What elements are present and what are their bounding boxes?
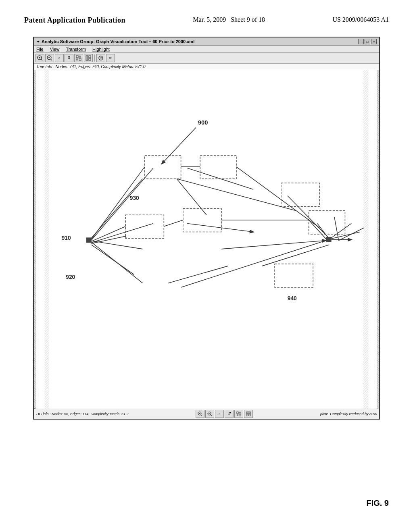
toolbar-circle[interactable]: ○: [55, 54, 64, 62]
svg-rect-9: [76, 58, 78, 60]
toolbar-zoom-out[interactable]: [45, 54, 54, 62]
toolbar-separator: [94, 54, 95, 62]
toolbar-layout1[interactable]: [74, 54, 83, 62]
svg-rect-13: [89, 58, 91, 60]
figure-label: FIG. 9: [366, 499, 389, 508]
patent-number: US 2009/0064053 A1: [332, 16, 389, 23]
sheet-info: Sheet 9 of 18: [231, 16, 265, 23]
svg-line-6: [51, 59, 52, 60]
menu-transform[interactable]: Transform: [66, 47, 86, 52]
svg-rect-73: [239, 412, 241, 414]
toolbar-layout2[interactable]: [84, 54, 93, 62]
svg-line-68: [201, 415, 202, 416]
bottom-circle[interactable]: ○: [215, 410, 224, 418]
svg-rect-74: [237, 414, 238, 416]
page-header: Patent Application Publication Mar. 5, 2…: [0, 0, 413, 33]
publication-title: Patent Application Publication: [24, 16, 125, 25]
right-splitter[interactable]: [377, 70, 379, 415]
window-controls[interactable]: _ □ ✕: [358, 39, 377, 44]
app-window: ✦ Analytic Software Group: Graph Visuali…: [33, 37, 380, 420]
dg-info: DG info : Nodes: 56, Edges: 114, Complex…: [36, 412, 129, 416]
bottom-dots[interactable]: ⠿: [225, 410, 234, 418]
graph-svg: 900 910 920 930 940: [36, 70, 377, 415]
bottom-bar: DG info : Nodes: 56, Edges: 114, Complex…: [34, 409, 379, 419]
complexity-info: plete. Complexity Reduced by 89%: [320, 412, 377, 416]
info-bar: Tree Info : Nodes: 741, Edges: 740, Comp…: [34, 64, 379, 70]
svg-text:940: 940: [288, 295, 297, 301]
menu-bar: File View Transform Highlight: [34, 46, 379, 53]
minimize-button[interactable]: _: [358, 39, 364, 44]
publication-date: Mar. 5, 2009: [193, 16, 226, 23]
svg-line-3: [41, 59, 42, 60]
publication-date-sheet: Mar. 5, 2009 Sheet 9 of 18: [193, 16, 265, 23]
toolbar: ○ ⠿ ∅ ✏: [34, 53, 379, 64]
tree-info: Tree Info : Nodes: 741, Edges: 740, Comp…: [36, 64, 146, 69]
svg-rect-7: [76, 56, 78, 58]
toolbar-zoom-in[interactable]: [35, 54, 44, 62]
menu-file[interactable]: File: [36, 47, 44, 52]
svg-rect-78: [249, 414, 250, 416]
maximize-button[interactable]: □: [365, 39, 370, 44]
main-content: ✦ Analytic Software Group: Graph Visuali…: [0, 33, 413, 428]
svg-rect-28: [86, 237, 92, 243]
pane-container: ▲ ▼: [34, 70, 379, 415]
menu-view[interactable]: View: [50, 47, 60, 52]
svg-rect-8: [79, 56, 81, 58]
svg-rect-12: [89, 56, 91, 58]
svg-rect-76: [246, 412, 250, 414]
svg-text:900: 900: [198, 119, 208, 126]
svg-line-71: [211, 415, 212, 416]
svg-text:930: 930: [130, 195, 139, 201]
svg-rect-17: [44, 70, 49, 415]
toolbar-edit[interactable]: ✏: [106, 54, 115, 62]
bottom-layout1[interactable]: [234, 410, 243, 418]
svg-rect-40: [326, 237, 332, 242]
svg-text:910: 910: [62, 235, 71, 241]
close-button[interactable]: ✕: [371, 39, 377, 44]
svg-rect-10: [79, 58, 81, 60]
svg-text:∅: ∅: [100, 57, 102, 60]
svg-rect-11: [86, 56, 88, 60]
graph-canvas[interactable]: 900 910 920 930 940: [36, 70, 377, 415]
toolbar-filter[interactable]: ∅: [96, 54, 105, 62]
svg-rect-75: [239, 414, 241, 416]
title-bar: ✦ Analytic Software Group: Graph Visuali…: [34, 37, 379, 46]
bottom-toolbar: ○ ⠿: [196, 410, 253, 418]
toolbar-dots[interactable]: ⠿: [65, 54, 73, 62]
window-title: Analytic Software Group: Graph Visualiza…: [42, 39, 194, 44]
menu-highlight[interactable]: Highlight: [92, 47, 110, 52]
svg-rect-77: [246, 414, 248, 416]
bottom-zoom-in[interactable]: [196, 410, 204, 418]
svg-rect-72: [237, 412, 238, 414]
svg-text:920: 920: [66, 274, 75, 280]
bottom-layout2[interactable]: [244, 410, 253, 418]
bottom-zoom-out[interactable]: [205, 410, 214, 418]
svg-rect-64: [363, 70, 369, 415]
